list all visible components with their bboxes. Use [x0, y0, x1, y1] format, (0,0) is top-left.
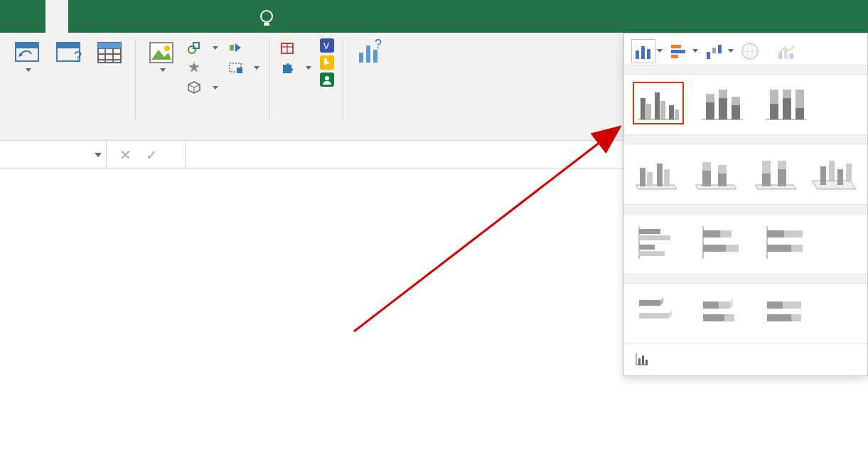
chart-type-dropdown	[623, 33, 868, 376]
pivot-table-button[interactable]	[7, 36, 47, 75]
tell-me-search[interactable]	[250, 0, 289, 33]
svg-rect-63	[719, 90, 727, 98]
svg-rect-113	[719, 301, 730, 309]
tab-formulas[interactable]	[91, 0, 114, 33]
smartart-button[interactable]	[224, 38, 264, 57]
enter-icon[interactable]: ✓	[146, 146, 158, 164]
my-addins-button[interactable]	[276, 58, 316, 77]
svg-text:?: ?	[375, 38, 382, 51]
more-column-charts[interactable]	[624, 343, 867, 374]
clustered-column-3d[interactable]	[633, 151, 680, 194]
svg-rect-91	[837, 169, 843, 185]
tab-help[interactable]	[205, 0, 227, 33]
get-addins-button[interactable]	[276, 38, 316, 57]
cube-icon	[187, 80, 201, 95]
clustered-bar-3d[interactable]	[633, 291, 684, 333]
svg-rect-100	[720, 230, 732, 237]
column-3d-icon	[812, 154, 859, 192]
svg-rect-110	[639, 313, 669, 319]
clustered-column-3d-icon	[633, 154, 680, 192]
svg-rect-94	[639, 229, 660, 234]
stacked100-bar-2d[interactable]	[761, 221, 812, 264]
more-charts-icon	[634, 351, 650, 367]
waterfall-type-button[interactable]	[702, 39, 727, 63]
tab-home[interactable]	[23, 0, 45, 33]
clustered-bar-3d-icon	[635, 293, 682, 331]
svg-rect-107	[767, 245, 791, 252]
combo-type-button[interactable]	[773, 39, 798, 63]
map-type-button[interactable]	[738, 39, 762, 63]
name-box[interactable]	[0, 141, 107, 169]
tab-page-layout[interactable]	[68, 0, 91, 33]
chevron-down-icon	[728, 49, 734, 53]
recommended-pivot-button[interactable]: ?	[48, 36, 88, 71]
chevron-down-icon	[213, 86, 218, 90]
recommended-pivot-icon: ?	[54, 38, 82, 67]
stacked100-bar-3d[interactable]	[761, 291, 812, 333]
column-chart-type-button[interactable]	[631, 39, 655, 63]
stacked-bar-2d[interactable]	[697, 221, 748, 264]
visio-icon[interactable]: V	[320, 38, 334, 53]
svg-rect-46	[712, 48, 716, 53]
svg-rect-43	[671, 50, 685, 53]
svg-rect-72	[795, 108, 804, 119]
tab-data[interactable]	[114, 0, 136, 33]
tab-review[interactable]	[136, 0, 159, 33]
svg-rect-58	[675, 110, 679, 119]
svg-rect-36	[366, 46, 370, 63]
3d-models-button[interactable]	[183, 78, 223, 97]
section-2d-bar	[624, 204, 867, 214]
globe-icon	[741, 42, 759, 60]
group-illustrations	[139, 36, 267, 140]
lightbulb-icon	[260, 10, 273, 23]
svg-rect-41	[647, 49, 650, 59]
stacked-column-icon	[699, 84, 746, 122]
table-icon	[95, 38, 124, 67]
stacked100-column-3d[interactable]	[752, 151, 799, 194]
icons-button[interactable]	[183, 58, 223, 77]
svg-text:V: V	[323, 41, 329, 51]
chevron-down-icon	[95, 153, 102, 157]
stacked100-column-2d[interactable]	[761, 82, 812, 124]
svg-marker-114	[730, 299, 733, 309]
pictures-button[interactable]	[141, 36, 181, 75]
section-3d-bar	[624, 274, 867, 284]
tab-power-pivot[interactable]	[227, 0, 250, 33]
stacked-column-2d[interactable]	[697, 82, 748, 124]
svg-rect-89	[820, 166, 826, 185]
svg-rect-85	[762, 173, 771, 186]
column-3d[interactable]	[812, 151, 859, 194]
cancel-icon[interactable]: ✕	[119, 146, 132, 164]
svg-line-20	[188, 85, 194, 87]
svg-rect-54	[646, 104, 651, 119]
svg-rect-120	[767, 314, 791, 321]
table-button[interactable]	[90, 36, 129, 71]
svg-rect-99	[703, 230, 720, 237]
screenshot-button[interactable]	[224, 58, 264, 77]
stacked-column-3d-icon	[692, 154, 739, 192]
svg-rect-12	[98, 43, 121, 48]
pivot-table-icon	[13, 38, 41, 67]
stacked-column-3d[interactable]	[692, 151, 739, 194]
clustered-column-2d[interactable]	[633, 82, 684, 124]
stacked-bar-3d[interactable]	[697, 291, 748, 333]
shapes-button[interactable]	[183, 38, 223, 57]
clustered-column-icon	[635, 84, 682, 122]
bar-chart-type-button[interactable]	[667, 39, 691, 63]
tab-file[interactable]	[0, 0, 23, 33]
tab-insert[interactable]	[45, 0, 68, 33]
people-icon[interactable]	[320, 73, 334, 87]
clustered-bar-2d[interactable]	[633, 221, 684, 264]
tab-view[interactable]	[159, 0, 182, 33]
svg-rect-26	[237, 68, 242, 73]
tab-developer[interactable]	[182, 0, 205, 33]
bing-icon[interactable]	[320, 55, 334, 70]
svg-rect-125	[645, 360, 648, 365]
section-2d-column	[624, 65, 867, 75]
puzzle-icon	[280, 60, 294, 75]
stacked-bar-icon	[699, 223, 746, 262]
svg-rect-102	[726, 245, 739, 252]
recommended-charts-button[interactable]: ?	[349, 36, 389, 71]
group-addins: V	[273, 36, 340, 140]
svg-marker-78	[695, 185, 736, 189]
